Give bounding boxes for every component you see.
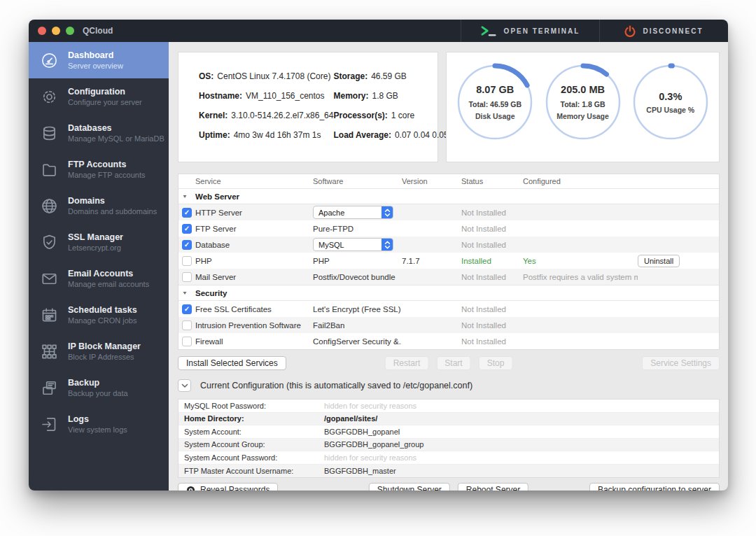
sidebar-item-dashboard[interactable]: DashboardServer overview	[29, 42, 169, 78]
service-control-buttons: Restart Start Stop	[385, 356, 513, 370]
server-info-left-column: OS:CentOS Linux 7.4.1708 (Core)Hostname:…	[199, 71, 333, 162]
start-button[interactable]: Start	[436, 356, 470, 370]
configured-cell: Yes	[523, 257, 638, 265]
service-checkbox[interactable]	[182, 320, 192, 330]
configuration-label: System Account Password:	[178, 453, 324, 462]
service-name: Intrusion Prevention Software	[195, 321, 313, 330]
service-checkbox[interactable]	[182, 256, 192, 266]
configuration-title: Current Configuration (this is automatic…	[200, 381, 472, 390]
group-label: Web Server	[195, 192, 313, 201]
stop-button[interactable]: Stop	[479, 356, 513, 370]
disconnect-button[interactable]: DISCONNECT	[599, 20, 728, 42]
select-stepper-icon	[382, 206, 393, 218]
sidebar-item-ip-block-manager[interactable]: IP Block ManagerBlock IP Addresses	[29, 333, 169, 369]
server-info-row: Storage:46.59 GB	[333, 71, 448, 91]
sidebar-item-text: DashboardServer overview	[68, 50, 123, 71]
sidebar-item-scheduled-tasks[interactable]: Scheduled tasksManage CRON jobs	[29, 297, 169, 333]
terminal-icon	[481, 26, 497, 36]
uninstall-button[interactable]: Uninstall	[638, 255, 680, 267]
configuration-row: System Account:BGGFGDBH_gopanel	[178, 425, 719, 439]
service-checkbox[interactable]: ✓	[182, 240, 192, 250]
software-cell: PHP	[313, 257, 402, 265]
service-settings-button[interactable]: Service Settings	[642, 356, 720, 370]
service-row: FirewallConfigServer Security &...Not In…	[178, 333, 719, 349]
sidebar-item-configuration[interactable]: ConfigurationConfigure your server	[29, 78, 169, 115]
shutdown-server-button[interactable]: Shutdown Server	[369, 483, 450, 491]
sidebar-item-text: DatabasesManage MySQL or MariaDB	[68, 123, 164, 143]
sidebar-item-title: IP Block Manager	[68, 341, 141, 352]
open-terminal-button[interactable]: OPEN TERMINAL	[461, 20, 599, 42]
service-row: ✓DatabaseMySQLNot Installed	[178, 237, 719, 253]
checkbox-cell: ✓	[178, 304, 195, 314]
status-cell: Not Installed	[461, 241, 523, 249]
status-cell: Not Installed	[461, 337, 523, 346]
service-row: ✓FTP ServerPure-FTPDNot Installed	[178, 220, 719, 237]
sidebar-item-ftp-accounts[interactable]: FTP AccountsManage FTP accounts	[29, 151, 169, 188]
software-cell: MySQL	[313, 238, 402, 251]
install-selected-services-button[interactable]: Install Selected Services	[178, 356, 286, 370]
network-icon	[40, 342, 59, 361]
globe-icon	[40, 197, 59, 216]
zoom-window-button[interactable]	[66, 27, 74, 35]
software-select[interactable]: MySQL	[313, 238, 393, 251]
info-value: 4mo 3w 4d 16h 37m 1s	[234, 130, 321, 140]
sidebar-item-databases[interactable]: DatabasesManage MySQL or MariaDB	[29, 115, 169, 151]
database-icon	[40, 124, 59, 143]
backup-configuration-button[interactable]: Backup configuration to server	[589, 483, 720, 491]
service-checkbox[interactable]	[182, 272, 192, 282]
sidebar-item-backup[interactable]: BackupBackup your data	[29, 369, 169, 406]
gauge-label: Disk Usage	[475, 112, 515, 120]
service-actions-bar: Install Selected Services Restart Start …	[178, 356, 720, 370]
info-label: OS:	[199, 71, 214, 81]
sidebar-item-domains[interactable]: DomainsDomains and subdomains	[29, 188, 169, 224]
sidebar-item-subtitle: Manage MySQL or MariaDB	[68, 134, 164, 143]
envelope-icon	[40, 269, 59, 288]
close-window-button[interactable]	[38, 27, 46, 35]
sidebar-item-subtitle: Manage CRON jobs	[68, 316, 137, 325]
services-table-body: ▼Web Server✓HTTP ServerApacheNot Install…	[178, 188, 719, 349]
service-name: PHP	[195, 257, 313, 265]
sidebar-item-subtitle: Letsencrypt.org	[68, 244, 123, 253]
info-label: Hostname:	[199, 91, 242, 101]
configuration-label: System Account:	[178, 428, 324, 436]
reboot-server-button[interactable]: Reboot Server	[458, 483, 528, 491]
collapse-configuration-button[interactable]	[178, 379, 191, 392]
software-cell: Postfix/Dovecot bundle	[313, 273, 402, 281]
service-checkbox[interactable]: ✓	[182, 304, 192, 314]
minimize-window-button[interactable]	[52, 27, 60, 35]
restart-button[interactable]: Restart	[385, 356, 429, 370]
configuration-value: BGGFGDBH_gopanel_group	[324, 440, 424, 449]
sidebar-item-text: SSL ManagerLetsencrypt.org	[68, 232, 123, 253]
eye-icon	[186, 486, 195, 491]
sidebar-item-title: Configuration	[68, 87, 142, 97]
disconnect-label: DISCONNECT	[643, 27, 703, 35]
sidebar-item-ssl-manager[interactable]: SSL ManagerLetsencrypt.org	[29, 224, 169, 260]
group-collapse[interactable]: ▼	[178, 290, 195, 296]
titlebar-actions: OPEN TERMINAL DISCONNECT	[461, 20, 728, 42]
service-name: Database	[195, 241, 313, 249]
service-checkbox[interactable]: ✓	[182, 208, 192, 218]
service-group-row: ▼Security	[178, 285, 719, 301]
sidebar-item-title: Email Accounts	[68, 269, 149, 279]
triangle-down-icon: ▼	[182, 194, 188, 199]
checkbox-cell	[178, 256, 195, 266]
group-collapse[interactable]: ▼	[178, 193, 195, 199]
services-table: Service Software Version Status Configur…	[178, 174, 720, 350]
service-checkbox[interactable]	[182, 337, 192, 346]
configuration-row: System Account Group:BGGFGDBH_gopanel_gr…	[178, 439, 719, 452]
sidebar-item-email-accounts[interactable]: Email AccountsManage email accounts	[29, 260, 169, 297]
column-status: Status	[461, 177, 523, 185]
sidebar-item-title: Backup	[68, 378, 128, 388]
server-info-row: Uptime:4mo 3w 4d 16h 37m 1s	[199, 130, 333, 150]
reveal-passwords-button[interactable]: Reveal Passwords	[178, 483, 278, 491]
software-select-value: MySQL	[314, 241, 382, 249]
sidebar-item-logs[interactable]: LogsView system logs	[29, 406, 169, 442]
software-cell: Pure-FTPD	[313, 225, 402, 233]
software-select[interactable]: Apache	[313, 206, 393, 219]
configuration-row: System Account Password:hidden for secur…	[178, 451, 719, 465]
info-value: 46.59 GB	[371, 71, 407, 81]
triangle-down-icon: ▼	[182, 290, 188, 296]
app-window: QCloud OPEN TERMINAL DISCONNECT Dashboar…	[29, 20, 728, 491]
service-checkbox[interactable]: ✓	[182, 224, 192, 234]
service-name: Free SSL Certificates	[195, 305, 313, 313]
